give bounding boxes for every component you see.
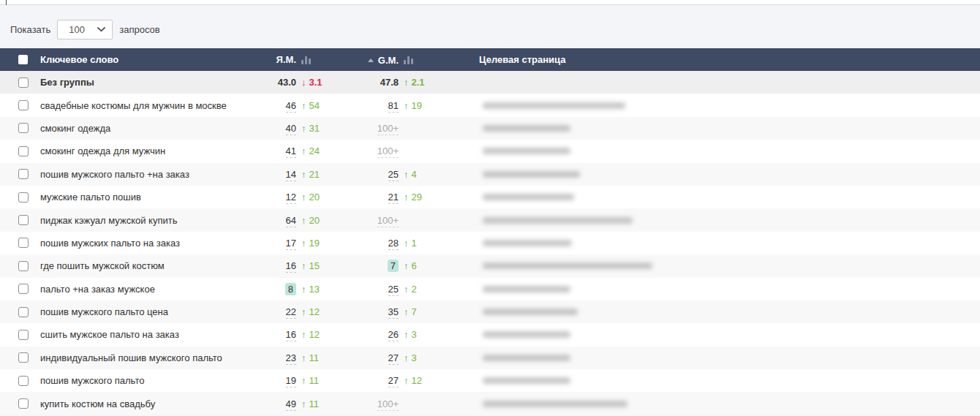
row-checkbox[interactable] <box>18 77 29 88</box>
keyword-link[interactable]: купить костюм на свадьбу <box>40 398 155 409</box>
row-checkbox[interactable] <box>18 398 29 409</box>
row-checkbox[interactable] <box>18 238 29 248</box>
row-checkbox[interactable] <box>18 330 29 340</box>
ym-position[interactable]: 23 <box>286 352 296 365</box>
gm-position[interactable]: 100+ <box>377 145 399 158</box>
target-page-blurred[interactable] <box>483 355 570 361</box>
keyword-link[interactable]: мужские пальто пошив <box>40 192 141 203</box>
row-checkbox[interactable] <box>18 376 29 386</box>
gm-change-value: 4 <box>412 169 417 180</box>
row-checkbox[interactable] <box>18 307 29 317</box>
trend-up-icon: ↑ <box>404 284 409 294</box>
row-checkbox[interactable] <box>18 284 29 294</box>
ym-position[interactable]: 17 <box>286 238 296 250</box>
ym-position[interactable]: 16 <box>286 329 296 341</box>
trend-up-icon: ↑ <box>301 307 306 317</box>
ym-position[interactable]: 64 <box>286 215 296 227</box>
ym-position[interactable]: 46 <box>286 100 296 113</box>
show-label: Показать <box>10 24 50 35</box>
ym-position[interactable]: 12 <box>286 192 296 204</box>
row-checkbox[interactable] <box>18 100 29 110</box>
row-checkbox[interactable] <box>18 169 29 179</box>
gm-position[interactable]: 27 <box>388 352 399 365</box>
gm-position[interactable]: 81 <box>388 100 399 113</box>
ym-position[interactable]: 14 <box>286 169 296 181</box>
page-size-select[interactable]: 100 <box>57 20 113 39</box>
gm-position[interactable]: 100+ <box>377 123 399 135</box>
gm-position[interactable]: 25 <box>388 169 399 181</box>
target-page-blurred[interactable] <box>483 377 570 384</box>
row-checkbox[interactable] <box>18 215 29 225</box>
target-page-blurred[interactable] <box>483 262 652 269</box>
column-header-ym[interactable]: Я.М. <box>276 54 296 65</box>
target-page-blurred[interactable] <box>483 148 570 154</box>
column-header-target: Целевая страница <box>446 54 980 65</box>
gm-position[interactable]: 21 <box>388 192 399 204</box>
ym-position[interactable]: 49 <box>286 398 296 411</box>
trend-up-icon: ↑ <box>404 101 409 110</box>
row-checkbox[interactable] <box>18 146 29 156</box>
ym-change-value: 11 <box>309 375 320 386</box>
ym-position[interactable]: 8 <box>285 283 296 295</box>
ym-position[interactable]: 43.0 <box>278 77 296 88</box>
gm-change-value: 1 <box>412 238 417 249</box>
gm-change-value: 19 <box>412 100 422 111</box>
gm-change-value: 3 <box>412 329 417 340</box>
row-checkbox[interactable] <box>18 261 29 271</box>
target-page-blurred[interactable] <box>483 286 570 292</box>
trend-up-icon: ↑ <box>301 192 306 202</box>
row-checkbox[interactable] <box>18 123 29 133</box>
keyword-link[interactable]: смокинг одежда <box>40 123 110 134</box>
gm-position[interactable]: 100+ <box>377 215 399 227</box>
column-header-gm[interactable]: G.M. <box>378 55 399 66</box>
gm-position[interactable]: 7 <box>388 260 399 272</box>
target-page-blurred[interactable] <box>483 401 627 407</box>
page-size-value: 100 <box>69 24 85 35</box>
keyword-link[interactable]: сшить мужское пальто на заказ <box>40 329 179 340</box>
keyword-link[interactable]: пошив мужского пальто цена <box>40 306 168 317</box>
trend-up-icon: ↑ <box>404 192 409 202</box>
target-page-blurred[interactable] <box>483 194 574 200</box>
gm-position[interactable]: 28 <box>388 238 399 250</box>
ym-position[interactable]: 22 <box>286 306 296 319</box>
row-checkbox[interactable] <box>18 352 29 363</box>
keyword-link[interactable]: пальто +на заказ мужское <box>40 284 155 295</box>
gm-position[interactable]: 25 <box>388 284 399 296</box>
gm-position[interactable]: 27 <box>388 375 399 387</box>
keyword-link[interactable]: пошив мужского пальто +на заказ <box>40 169 189 180</box>
keyword-link[interactable]: пошив мужских пальто на заказ <box>40 238 180 249</box>
row-checkbox[interactable] <box>18 192 29 203</box>
sort-asc-icon[interactable] <box>368 58 374 62</box>
bar-chart-icon[interactable] <box>301 56 311 64</box>
gm-position[interactable]: 100+ <box>377 398 399 411</box>
target-page-blurred[interactable] <box>483 331 570 338</box>
table-body: Без группы 43.0 ↓ 3.1 47.8 ↑ 2.1 свадебн… <box>0 71 980 415</box>
keyword-link[interactable]: пиджак кэжуал мужской купить <box>40 215 177 226</box>
keyword-link[interactable]: свадебные костюмы для мужчин в москве <box>40 100 227 111</box>
ym-position[interactable]: 16 <box>286 260 296 273</box>
target-page-blurred[interactable] <box>483 217 633 224</box>
ym-position[interactable]: 19 <box>286 375 296 387</box>
keyword-link[interactable]: пошив мужского пальто <box>40 375 144 386</box>
ym-position[interactable]: 41 <box>286 145 296 158</box>
target-page-blurred[interactable] <box>483 309 578 315</box>
gm-position[interactable]: 35 <box>388 306 399 319</box>
ym-change-value: 13 <box>309 284 320 295</box>
trend-up-icon: ↑ <box>301 146 306 156</box>
top-strip-divider <box>6 0 7 5</box>
keyword-link[interactable]: где пошить мужской костюм <box>40 260 165 271</box>
bar-chart-icon[interactable] <box>404 56 413 64</box>
target-page-blurred[interactable] <box>483 125 570 132</box>
gm-position[interactable]: 47.8 <box>380 77 399 88</box>
column-header-keyword[interactable]: Ключевое слово <box>35 54 263 65</box>
keyword-link[interactable]: индивидуальный пошив мужского пальто <box>40 352 222 363</box>
target-page-blurred[interactable] <box>483 171 580 178</box>
select-all-checkbox[interactable] <box>18 55 28 64</box>
target-page-blurred[interactable] <box>483 102 625 109</box>
target-page-blurred[interactable] <box>483 240 572 246</box>
gm-position[interactable]: 26 <box>388 329 399 341</box>
ym-position[interactable]: 40 <box>286 123 296 135</box>
trend-up-icon: ↑ <box>301 353 306 363</box>
keyword-link[interactable]: смокинг одежда для мужчин <box>40 145 165 156</box>
keyword-link[interactable]: Без группы <box>40 77 94 88</box>
